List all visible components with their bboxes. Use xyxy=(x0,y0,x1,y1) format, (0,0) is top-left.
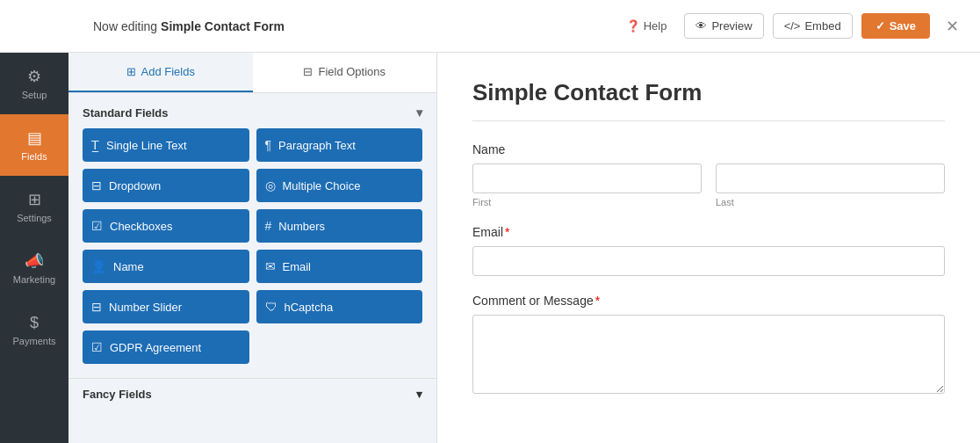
field-btn-hcaptcha[interactable]: 🛡 hCaptcha xyxy=(256,290,423,323)
header-title: Now editing Simple Contact Form xyxy=(93,19,607,33)
field-btn-paragraph-text[interactable]: ¶ Paragraph Text xyxy=(256,128,423,162)
gdpr-icon: ☑ xyxy=(91,340,103,354)
eye-icon: 👁 xyxy=(695,19,707,33)
field-btn-numbers[interactable]: # Numbers xyxy=(256,209,423,243)
comment-label: Comment or Message* xyxy=(472,294,945,308)
number-slider-icon: ⊟ xyxy=(91,300,102,314)
email-icon: ✉ xyxy=(265,259,276,273)
sidebar-item-settings[interactable]: ⊞ Settings xyxy=(0,176,68,237)
field-btn-number-slider[interactable]: ⊟ Number Slider xyxy=(83,290,249,323)
first-name-sublabel: First xyxy=(472,197,702,207)
code-icon: </> xyxy=(784,19,801,33)
first-name-col: First xyxy=(472,163,702,207)
panel-tabs: ⊞ Add Fields ⊟ Field Options xyxy=(68,53,436,93)
form-field-comment: Comment or Message* xyxy=(472,294,945,396)
sidebar-item-payments[interactable]: $ Payments xyxy=(0,299,68,360)
form-field-email: Email* xyxy=(472,225,945,276)
tab-add-fields[interactable]: ⊞ Add Fields xyxy=(68,53,253,92)
standard-fields-header: Standard Fields ▾ xyxy=(68,93,436,128)
fields-panel: ⊞ Add Fields ⊟ Field Options Standard Fi… xyxy=(68,53,437,443)
comment-required-star: * xyxy=(595,294,600,308)
sidebar-item-marketing[interactable]: 📣 Marketing xyxy=(0,237,68,299)
multiple-choice-icon: ◎ xyxy=(265,178,276,192)
payments-icon: $ xyxy=(30,314,39,332)
field-btn-name[interactable]: 👤 Name xyxy=(83,250,249,283)
form-preview: Simple Contact Form Name First Last Emai… xyxy=(437,53,980,443)
numbers-icon: # xyxy=(265,219,272,233)
field-btn-multiple-choice[interactable]: ◎ Multiple Choice xyxy=(256,169,423,202)
comment-textarea[interactable] xyxy=(472,315,945,394)
sidebar-item-fields-label: Fields xyxy=(21,151,47,162)
chevron-down-icon: ▾ xyxy=(416,105,422,120)
checkboxes-icon: ☑ xyxy=(91,219,103,233)
field-btn-single-line-text[interactable]: T̲ Single Line Text xyxy=(83,128,249,162)
preview-button[interactable]: 👁 Preview xyxy=(684,13,763,39)
embed-button[interactable]: </> Embed xyxy=(773,13,853,39)
sidebar-nav: 🐻 ⚙ Setup ▤ Fields ⊞ Settings 📣 Marketin… xyxy=(0,0,68,443)
help-icon: ❓ xyxy=(626,19,640,33)
name-label: Name xyxy=(472,142,945,156)
sidebar-item-setup[interactable]: ⚙ Setup xyxy=(0,53,68,114)
last-name-col: Last xyxy=(716,163,945,207)
setup-icon: ⚙ xyxy=(27,67,41,86)
name-icon: 👤 xyxy=(91,259,106,273)
email-label: Email* xyxy=(472,225,945,239)
last-name-input[interactable] xyxy=(716,163,945,193)
single-line-text-icon: T̲ xyxy=(91,138,99,152)
fancy-chevron-down-icon: ▾ xyxy=(416,388,422,401)
name-row: First Last xyxy=(472,163,945,207)
last-name-sublabel: Last xyxy=(716,197,945,207)
first-name-input[interactable] xyxy=(472,163,702,193)
top-header: Now editing Simple Contact Form ❓ Help 👁… xyxy=(0,0,980,53)
marketing-icon: 📣 xyxy=(25,251,44,271)
email-required-star: * xyxy=(505,225,509,239)
field-options-icon: ⊟ xyxy=(303,65,313,78)
field-btn-dropdown[interactable]: ⊟ Dropdown xyxy=(83,169,249,202)
sidebar-item-setup-label: Setup xyxy=(22,90,47,100)
sidebar-item-settings-label: Settings xyxy=(17,213,52,223)
email-input[interactable] xyxy=(472,246,945,276)
check-icon: ✓ xyxy=(876,19,885,33)
add-fields-icon: ⊞ xyxy=(126,65,136,78)
sidebar-item-marketing-label: Marketing xyxy=(13,274,55,285)
close-icon: ✕ xyxy=(946,18,959,35)
sidebar-item-fields[interactable]: ▤ Fields xyxy=(0,114,68,176)
main-layout: ⊞ Add Fields ⊟ Field Options Standard Fi… xyxy=(68,53,980,443)
hcaptcha-icon: 🛡 xyxy=(265,300,277,314)
sidebar-item-payments-label: Payments xyxy=(13,336,56,346)
field-btn-checkboxes[interactable]: ☑ Checkboxes xyxy=(83,209,249,243)
form-field-name: Name First Last xyxy=(472,142,945,207)
editing-prefix: Now editing xyxy=(93,19,161,33)
fancy-fields-header: Fancy Fields ▾ xyxy=(68,378,436,410)
header-actions: ❓ Help 👁 Preview </> Embed ✓ Save ✕ xyxy=(617,13,966,40)
dropdown-icon: ⊟ xyxy=(91,178,102,192)
form-title: Simple Contact Form xyxy=(472,79,945,121)
field-btn-gdpr-agreement[interactable]: ☑ GDPR Agreement xyxy=(83,330,249,364)
settings-icon: ⊞ xyxy=(28,190,41,209)
paragraph-text-icon: ¶ xyxy=(265,138,272,152)
save-button[interactable]: ✓ Save xyxy=(861,13,930,39)
tab-field-options[interactable]: ⊟ Field Options xyxy=(253,53,437,92)
fields-grid: T̲ Single Line Text ¶ Paragraph Text ⊟ D… xyxy=(68,128,436,374)
form-name: Simple Contact Form xyxy=(161,19,285,33)
help-button[interactable]: ❓ Help xyxy=(617,14,676,38)
field-btn-email[interactable]: ✉ Email xyxy=(256,250,423,283)
fields-icon: ▤ xyxy=(27,128,42,148)
close-button[interactable]: ✕ xyxy=(939,13,966,40)
